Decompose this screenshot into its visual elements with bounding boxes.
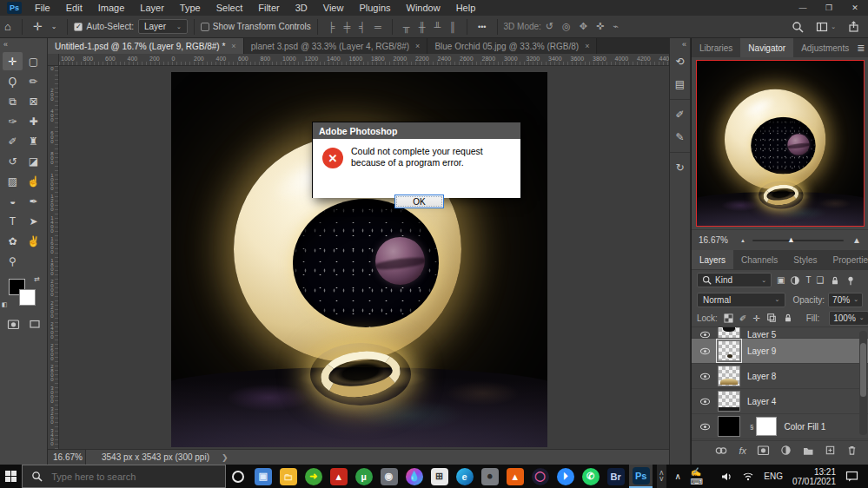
clone-stamp-tool[interactable]: ♜ — [23, 132, 43, 150]
lock-pixels-icon[interactable]: ✐ — [739, 313, 746, 323]
lock-all-icon[interactable] — [783, 313, 793, 323]
path-selection-tool[interactable]: ➤ — [23, 212, 43, 230]
new-layer-icon[interactable] — [825, 445, 836, 456]
tab-adjustments[interactable]: Adjustments — [793, 38, 857, 57]
menu-plugins[interactable]: Plugins — [351, 3, 398, 13]
file-explorer-icon[interactable]: 🗀 — [276, 465, 300, 488]
delete-layer-icon[interactable] — [846, 445, 858, 456]
lock-position-icon[interactable]: ✛ — [752, 313, 759, 323]
document-tab[interactable]: planet 3.psd @ 33.3% (Layer 4, RGB/8#)× — [244, 38, 428, 54]
tablet-tray-icon[interactable]: ✍ — [691, 467, 701, 477]
network-icon[interactable] — [742, 472, 754, 482]
visibility-eye-icon[interactable] — [695, 373, 714, 380]
ms-store-icon[interactable]: ⊞ — [427, 465, 451, 488]
menu-select[interactable]: Select — [209, 3, 251, 13]
layer-row[interactable]: Layer 4 — [692, 389, 868, 414]
swap-colors-icon[interactable]: ⇄ — [34, 275, 40, 283]
ruler-corner[interactable] — [48, 54, 59, 66]
drag-3d-icon[interactable]: ✥ — [575, 21, 592, 31]
visibility-eye-icon[interactable] — [695, 423, 714, 431]
restore-button[interactable]: ❐ — [816, 0, 842, 16]
slide-3d-icon[interactable]: ✜ — [592, 21, 608, 31]
layer-thumbnail[interactable] — [718, 340, 740, 361]
dialog-title-bar[interactable]: Adobe Photoshop — [313, 122, 520, 139]
tray-expand-icon[interactable]: ∧ — [675, 472, 681, 481]
auto-select-checkbox[interactable]: ✓ — [74, 23, 83, 31]
clock[interactable]: 13:21 07/01/2021 — [792, 467, 836, 486]
spot-healing-brush-tool[interactable]: ✚ — [23, 112, 43, 130]
visibility-eye-icon[interactable] — [695, 347, 714, 355]
close-tab-icon[interactable]: × — [585, 42, 589, 50]
navigator-zoom-value[interactable]: 16.67% — [699, 235, 737, 245]
add-mask-icon[interactable] — [757, 445, 770, 456]
menu-file[interactable]: File — [27, 3, 58, 13]
hand-tool[interactable]: ✌ — [23, 232, 43, 250]
link-layers-icon[interactable] — [714, 445, 728, 455]
move-tool[interactable]: ✛ — [3, 52, 23, 70]
history-brush-tool[interactable]: ↺ — [3, 152, 23, 170]
vertical-ruler[interactable]: 0200400600800100012001400160018002000220… — [48, 66, 59, 449]
layers-scrollbar[interactable] — [859, 331, 867, 435]
photoshop-icon[interactable]: Ps — [629, 465, 653, 488]
menu-filter[interactable]: Filter — [250, 3, 287, 13]
zoom-out-icon[interactable]: ▲ — [740, 238, 745, 243]
pen-tool[interactable]: ✒ — [23, 192, 43, 210]
orbit-3d-icon[interactable]: ↺ — [541, 21, 558, 31]
rectangular-marquee-tool[interactable]: ▢ — [23, 52, 43, 70]
ok-button[interactable]: OK — [394, 195, 444, 208]
filter-shape-icon[interactable]: ❑ — [817, 275, 825, 285]
show-transform-checkbox[interactable] — [201, 23, 209, 31]
close-tab-icon[interactable]: × — [231, 42, 235, 50]
quick-mask-icon[interactable] — [7, 319, 20, 330]
kind-filter-dropdown[interactable]: Kind ⌄ — [697, 273, 772, 287]
camera-3d-icon[interactable]: ⌁ — [608, 21, 623, 31]
menu-view[interactable]: View — [315, 3, 352, 13]
type-tool[interactable]: T — [3, 212, 23, 230]
eraser-tool[interactable]: ◪ — [23, 152, 43, 170]
menu-window[interactable]: Window — [399, 3, 448, 13]
language-indicator[interactable]: ENG — [764, 472, 783, 481]
background-color-swatch[interactable] — [19, 289, 36, 306]
photos-app-icon[interactable]: ▣ — [251, 465, 275, 488]
screen-mode-icon[interactable] — [29, 319, 41, 329]
layer-mask-thumbnail[interactable] — [756, 417, 777, 436]
creative-cloud-icon[interactable]: ◯ — [528, 465, 552, 488]
search-icon[interactable] — [792, 21, 804, 33]
custom-shape-tool[interactable]: ✿ — [3, 232, 23, 250]
menu-edit[interactable]: Edit — [58, 3, 90, 13]
fill-field[interactable]: 100% ⌄ — [829, 311, 868, 326]
filter-image-icon[interactable]: ▣ — [777, 275, 785, 285]
menu-image[interactable]: Image — [90, 3, 133, 13]
taskbar-search-box[interactable] — [22, 465, 226, 488]
brush-tool[interactable]: ✐ — [3, 132, 23, 150]
align-icon-1[interactable]: ╪ — [339, 22, 354, 32]
visibility-eye-icon[interactable] — [695, 398, 714, 406]
adjustment-layer-icon[interactable] — [780, 445, 792, 456]
swatches-icon[interactable]: ▤ — [675, 73, 685, 96]
minimize-button[interactable]: — — [790, 0, 816, 16]
filter-smart-object-icon[interactable] — [830, 274, 840, 285]
layer-style-icon[interactable]: fx — [739, 445, 746, 456]
filter-pin-icon[interactable] — [845, 274, 856, 285]
menu-help[interactable]: Help — [448, 3, 484, 13]
dodge-tool[interactable]: ◒ — [3, 192, 23, 210]
volume-icon[interactable] — [720, 471, 732, 481]
distribute-icon-3[interactable]: ║ — [445, 22, 461, 32]
menu-3d[interactable]: 3D — [288, 3, 315, 13]
bridge-icon[interactable]: Br — [604, 465, 627, 488]
menu-layer[interactable]: Layer — [132, 3, 172, 13]
keyboard-tray-icon[interactable]: ⌨ — [691, 477, 703, 486]
document-tab[interactable]: Untitled-1.psd @ 16.7% (Layer 9, RGB/8#)… — [48, 38, 244, 54]
roll-3d-icon[interactable]: ◎ — [558, 21, 575, 31]
menu-type[interactable]: Type — [172, 3, 209, 13]
lock-artboard-icon[interactable] — [766, 313, 777, 323]
paint-drop-icon[interactable]: 💧 — [402, 465, 426, 488]
new-group-icon[interactable] — [802, 445, 814, 457]
more-options-icon[interactable]: ••• — [474, 23, 490, 31]
tab-layers[interactable]: Layers — [692, 250, 733, 269]
visibility-eye-icon[interactable] — [695, 331, 714, 339]
gradient-tool[interactable]: ▨ — [3, 172, 23, 190]
rotate-view-icon[interactable]: ↻ — [675, 156, 684, 179]
navigator-zoom-slider[interactable]: ▲ — [752, 240, 844, 241]
search-input[interactable] — [51, 472, 225, 482]
